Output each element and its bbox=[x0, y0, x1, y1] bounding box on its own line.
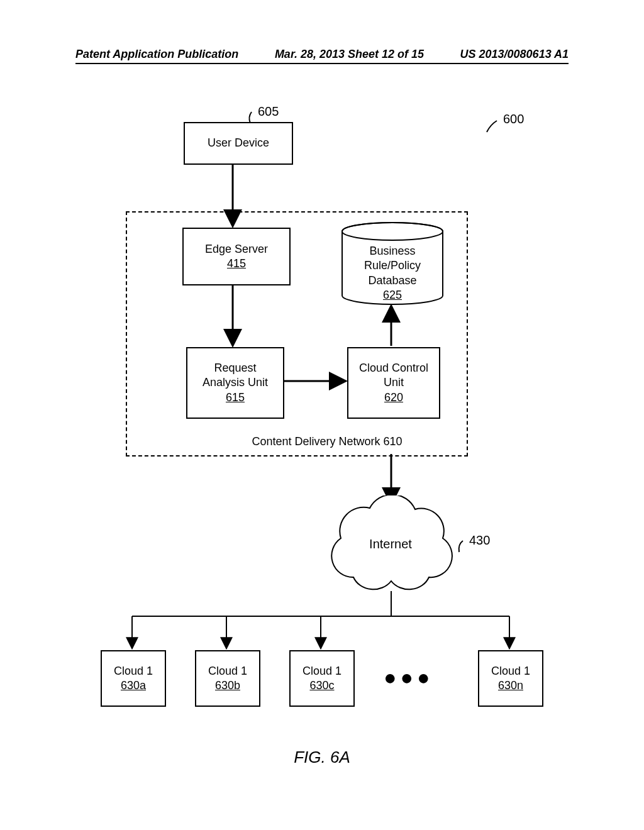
node-cloud-b: Cloud 1 630b bbox=[195, 650, 260, 707]
cloud-a-label: Cloud 1 bbox=[114, 664, 153, 678]
db-label3: Database bbox=[368, 274, 416, 287]
cloud-n-ref: 630n bbox=[498, 678, 523, 693]
cloud-c-label: Cloud 1 bbox=[303, 664, 341, 678]
cloud-c-ref: 630c bbox=[309, 678, 334, 693]
ellipsis-icon: ●●● bbox=[384, 665, 434, 690]
node-cloud-control: Cloud Control Unit 620 bbox=[347, 347, 440, 419]
cloud-control-label1: Cloud Control bbox=[359, 361, 428, 375]
callout-430: 430 bbox=[469, 533, 490, 548]
request-analysis-label2: Analysis Unit bbox=[203, 375, 268, 390]
cloud-b-ref: 630b bbox=[215, 678, 240, 693]
patent-figure-page: Patent Application Publication Mar. 28, … bbox=[0, 0, 644, 830]
header-rule bbox=[75, 63, 569, 64]
request-analysis-label1: Request bbox=[214, 361, 256, 375]
edge-server-ref: 415 bbox=[227, 257, 246, 271]
cloud-control-ref: 620 bbox=[384, 390, 403, 405]
db-label1: Business bbox=[369, 245, 415, 257]
node-database: Business Rule/Policy Database 625 bbox=[340, 221, 445, 306]
callout-605: 605 bbox=[258, 104, 279, 119]
cloud-control-label2: Unit bbox=[384, 375, 404, 390]
cloud-n-label: Cloud 1 bbox=[491, 664, 530, 678]
node-cloud-c: Cloud 1 630c bbox=[289, 650, 355, 707]
edge-server-label: Edge Server bbox=[205, 242, 268, 257]
cloud-b-label: Cloud 1 bbox=[208, 664, 247, 678]
node-request-analysis: Request Analysis Unit 615 bbox=[186, 347, 284, 419]
node-edge-server: Edge Server 415 bbox=[182, 228, 291, 285]
db-ref: 625 bbox=[383, 289, 402, 301]
request-analysis-ref: 615 bbox=[226, 390, 245, 405]
header-center: Mar. 28, 2013 Sheet 12 of 15 bbox=[275, 48, 424, 61]
cdn-label: Content Delivery Network 610 bbox=[239, 435, 415, 448]
callout-600: 600 bbox=[503, 112, 524, 126]
node-cloud-a: Cloud 1 630a bbox=[101, 650, 166, 707]
user-device-label: User Device bbox=[208, 136, 269, 150]
cloud-a-ref: 630a bbox=[121, 678, 146, 693]
node-internet: Internet bbox=[319, 495, 462, 594]
figure-caption: FIG. 6A bbox=[0, 748, 644, 767]
node-user-device: User Device bbox=[184, 122, 293, 165]
node-cloud-n: Cloud 1 630n bbox=[478, 650, 543, 707]
header-right: US 2013/0080613 A1 bbox=[460, 48, 569, 61]
internet-label: Internet bbox=[319, 537, 462, 551]
db-label2: Rule/Policy bbox=[364, 259, 421, 272]
page-header: Patent Application Publication Mar. 28, … bbox=[75, 48, 569, 61]
header-left: Patent Application Publication bbox=[75, 48, 238, 61]
